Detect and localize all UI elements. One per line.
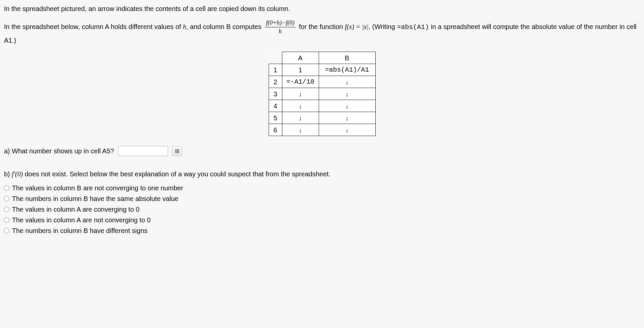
- option-row: The numbers in column B have the same ab…: [4, 194, 640, 203]
- options-list: The values in column B are not convergin…: [4, 183, 640, 235]
- option-radio-3[interactable]: [4, 207, 9, 212]
- option-radio-5[interactable]: [4, 228, 9, 233]
- col-header-a: A: [282, 52, 319, 64]
- corner-cell: [269, 52, 282, 64]
- problem-statement: In the spreadsheet pictured, an arrow in…: [4, 4, 640, 45]
- option-radio-2[interactable]: [4, 196, 9, 201]
- answer-input-a5[interactable]: [118, 146, 168, 156]
- table-row: 5 ↓ ↓: [269, 112, 375, 124]
- option-row: The values in column A are converging to…: [4, 205, 640, 214]
- table-row: 2 =-A1/10 ↓: [269, 76, 375, 88]
- keypad-icon: [175, 149, 179, 153]
- table-row: 1 1 =abs(A1)/A1: [269, 64, 375, 76]
- option-radio-4[interactable]: [4, 217, 9, 223]
- option-label: The values in column A are not convergin…: [12, 215, 151, 225]
- table-row: 6 ↓ ↓: [269, 124, 375, 136]
- option-row: The values in column B are not convergin…: [4, 183, 640, 193]
- spreadsheet-table: A B 1 1 =abs(A1)/A1 2 =-A1/10 ↓ 3 ↓ ↓ 4 …: [269, 52, 376, 136]
- option-radio-1[interactable]: [4, 185, 9, 191]
- option-row: The numbers in column B have different s…: [4, 226, 640, 235]
- option-label: The numbers in column B have the same ab…: [12, 194, 178, 203]
- question-a-label: a) What number shows up in cell A5?: [4, 146, 114, 156]
- col-header-b: B: [319, 52, 375, 64]
- option-row: The values in column A are not convergin…: [4, 215, 640, 225]
- difference-quotient: f(0+h)−f(0)h: [265, 19, 296, 36]
- intro-line-1: In the spreadsheet pictured, an arrow in…: [4, 4, 640, 13]
- option-label: The values in column A are converging to…: [12, 205, 139, 214]
- question-b: b) f′(0) does not exist. Select below th…: [4, 169, 640, 179]
- option-label: The values in column B are not convergin…: [12, 183, 183, 193]
- option-label: The numbers in column B have different s…: [12, 226, 148, 235]
- keypad-button[interactable]: [172, 146, 182, 156]
- table-row: 4 ↓ ↓: [269, 100, 375, 112]
- intro-line-2: In the spreadsheet below, column A holds…: [4, 19, 640, 45]
- question-a: a) What number shows up in cell A5?: [4, 146, 640, 156]
- table-row: 3 ↓ ↓: [269, 88, 375, 100]
